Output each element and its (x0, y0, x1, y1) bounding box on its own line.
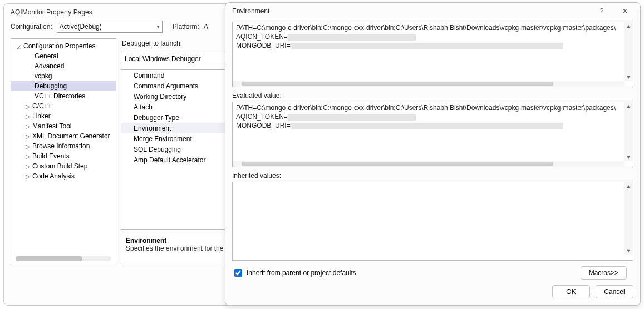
dialog-button-row: OK Cancel (225, 282, 640, 305)
eval-line-path: PATH=C:\mongo-c-driver\bin;C:\mongo-cxx-… (236, 104, 616, 112)
expand-icon[interactable]: ▷ (24, 113, 31, 119)
redacted-value (288, 114, 416, 121)
tree-item-xml-doc-generator[interactable]: ▷XML Document Generator (11, 131, 116, 141)
tree-item-manifest-tool[interactable]: ▷Manifest Tool (11, 121, 116, 131)
config-tree[interactable]: ◿ Configuration Properties General Advan… (11, 38, 116, 265)
expand-icon[interactable]: ▷ (24, 173, 31, 180)
redacted-value (291, 123, 563, 129)
environment-dialog: Environment ? × PATH=C:\mongo-c-driver\b… (225, 2, 641, 306)
tree-root[interactable]: ◿ Configuration Properties (11, 41, 116, 51)
env-line-aqicn: AQICN_TOKEN= (236, 33, 288, 41)
expand-icon[interactable]: ▷ (24, 123, 31, 129)
scrollbar-thumb[interactable] (16, 256, 82, 261)
v-scrollbar[interactable]: ▲ ▼ (624, 22, 633, 81)
environment-value-textbox[interactable]: PATH=C:\mongo-c-driver\bin;C:\mongo-cxx-… (232, 22, 633, 87)
tree-item-browse-information[interactable]: ▷Browse Information (11, 141, 116, 151)
scroll-up-icon[interactable]: ▲ (625, 103, 632, 109)
tree-item-general[interactable]: General (11, 51, 116, 61)
expand-icon[interactable]: ▷ (24, 143, 31, 149)
inherit-row: Inherit from parent or project defaults … (232, 261, 633, 282)
tree-item-vcpp-directories[interactable]: VC++ Directories (11, 91, 116, 101)
help-button[interactable]: ? (590, 3, 613, 19)
expand-icon[interactable]: ▷ (24, 163, 31, 170)
tree-item-advanced[interactable]: Advanced (11, 61, 116, 71)
close-icon: × (622, 6, 627, 16)
eval-line-mongodb: MONGODB_URI= (236, 122, 291, 129)
collapse-icon[interactable]: ◿ (16, 43, 22, 49)
env-line-path: PATH=C:\mongo-c-driver\bin;C:\mongo-cxx-… (236, 24, 616, 32)
dialog-title: Environment (232, 7, 590, 15)
dialog-titlebar: Environment ? × (225, 3, 640, 19)
v-scrollbar[interactable]: ▲ ▼ (624, 102, 633, 161)
redacted-value (291, 43, 563, 49)
platform-value-cutoff: A (204, 23, 208, 31)
expand-icon[interactable]: ▷ (24, 103, 31, 109)
scroll-down-icon[interactable]: ▼ (625, 248, 632, 253)
configuration-label: Configuration: (11, 23, 52, 31)
tree-item-build-events[interactable]: ▷Build Events (11, 151, 116, 161)
h-scrollbar[interactable] (233, 161, 624, 167)
ok-button[interactable]: OK (552, 285, 590, 298)
tree-item-debugging[interactable]: Debugging (11, 81, 116, 91)
env-line-mongodb: MONGODB_URI= (236, 42, 291, 49)
expand-icon[interactable]: ▷ (24, 153, 31, 160)
scroll-down-icon[interactable]: ▼ (625, 154, 632, 160)
scroll-up-icon[interactable]: ▲ (625, 183, 632, 189)
expand-icon[interactable]: ▷ (24, 133, 31, 139)
scroll-down-icon[interactable]: ▼ (625, 74, 632, 80)
close-button[interactable]: × (613, 3, 637, 19)
chevron-down-icon: ▾ (157, 24, 160, 29)
inherit-checkbox-label: Inherit from parent or project defaults (247, 269, 576, 277)
inherited-values-label: Inherited values: (232, 172, 633, 180)
v-scrollbar[interactable]: ▲ ▼ (624, 182, 633, 255)
help-icon: ? (600, 7, 604, 15)
h-scrollbar[interactable] (233, 81, 624, 87)
configuration-value: Active(Debug) (60, 23, 102, 31)
scroll-up-icon[interactable]: ▲ (625, 23, 632, 29)
platform-label: Platform: (173, 23, 199, 31)
scrollbar-thumb[interactable] (242, 162, 553, 166)
scrollbar-thumb[interactable] (242, 82, 553, 86)
configuration-select[interactable]: Active(Debug) ▾ (57, 21, 163, 33)
tree-item-custom-build-step[interactable]: ▷Custom Build Step (11, 161, 116, 171)
tree-item-code-analysis[interactable]: ▷Code Analysis (11, 171, 116, 181)
redacted-value (288, 34, 416, 41)
tree-h-scrollbar[interactable] (16, 256, 111, 261)
evaluated-value-label: Evaluated value: (232, 92, 633, 99)
macros-button[interactable]: Macros>> (581, 266, 627, 280)
tree-item-vcpkg[interactable]: vcpkg (11, 71, 116, 81)
inherit-checkbox[interactable] (234, 269, 242, 277)
inherited-values-textbox[interactable]: ▲ ▼ (232, 182, 633, 261)
tree-item-linker[interactable]: ▷Linker (11, 111, 116, 121)
evaluated-value-textbox[interactable]: PATH=C:\mongo-c-driver\bin;C:\mongo-cxx-… (232, 102, 633, 167)
debugger-launch-value: Local Windows Debugger (125, 55, 201, 63)
cancel-button[interactable]: Cancel (596, 285, 633, 298)
eval-line-aqicn: AQICN_TOKEN= (236, 113, 288, 121)
tree-item-ccpp[interactable]: ▷C/C++ (11, 101, 116, 111)
